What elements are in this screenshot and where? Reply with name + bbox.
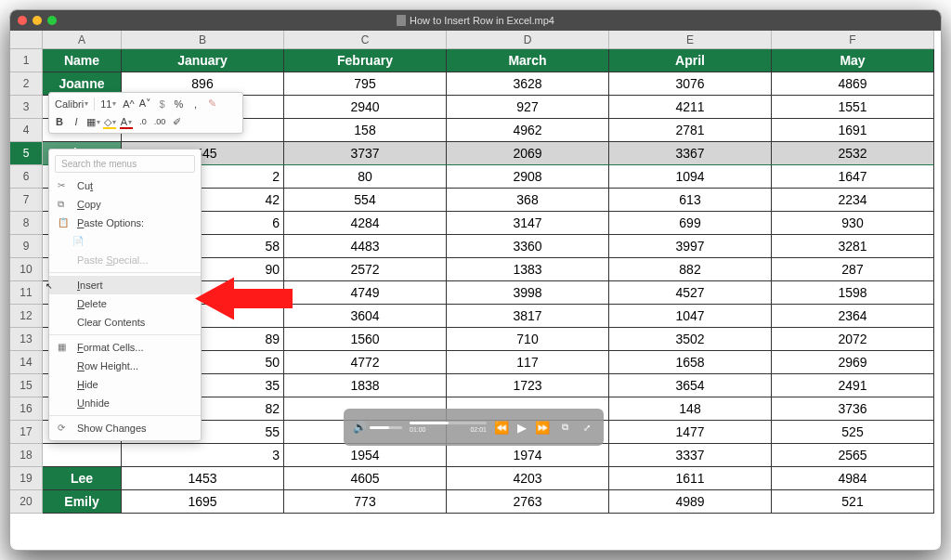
data-cell[interactable]: 1094 <box>609 165 772 189</box>
data-cell[interactable]: 2763 <box>447 490 609 514</box>
name-cell[interactable]: Lee <box>43 467 122 490</box>
data-cell[interactable]: 773 <box>284 490 447 514</box>
data-cell[interactable]: 1723 <box>447 374 609 397</box>
row-header-14[interactable]: 14 <box>10 351 43 374</box>
name-cell[interactable] <box>43 444 122 467</box>
bold-icon[interactable]: B <box>53 115 66 128</box>
data-cell[interactable]: 1691 <box>772 119 934 142</box>
rewind-button[interactable]: ⏪ <box>494 420 509 435</box>
menu-item-hide[interactable]: Hide <box>49 375 201 394</box>
italic-icon[interactable]: I <box>70 115 83 128</box>
row-header-17[interactable]: 17 <box>10 421 43 444</box>
menu-item-paste-options-[interactable]: 📋Paste Options: <box>49 214 201 232</box>
menu-item-unhide[interactable]: Unhide <box>49 394 201 412</box>
data-cell[interactable]: 1598 <box>772 281 934 305</box>
row-header-1[interactable]: 1 <box>10 49 43 72</box>
data-cell[interactable]: 1658 <box>609 351 772 374</box>
menu-search-input[interactable]: Search the menus <box>55 155 195 173</box>
menu-item-row-height-[interactable]: Row Height... <box>49 357 201 375</box>
row-header-5[interactable]: 5 <box>10 142 43 165</box>
data-cell[interactable]: 1383 <box>447 258 609 281</box>
increase-font-icon[interactable]: A^ <box>122 98 135 111</box>
column-header-E[interactable]: E <box>609 31 772 49</box>
data-cell[interactable]: 1695 <box>122 490 284 514</box>
header-cell[interactable]: February <box>284 49 447 72</box>
comma-style-icon[interactable]: , <box>189 98 202 111</box>
data-cell[interactable]: 4989 <box>609 490 772 514</box>
menu-item-cut[interactable]: ✂Cut <box>49 176 201 195</box>
row-header-8[interactable]: 8 <box>10 212 43 235</box>
data-cell[interactable]: 2781 <box>609 119 772 142</box>
data-cell[interactable]: 3997 <box>609 235 772 258</box>
data-cell[interactable]: 2234 <box>772 189 934 212</box>
accounting-format-icon[interactable]: $ <box>155 98 168 111</box>
header-cell[interactable]: April <box>609 49 772 72</box>
data-cell[interactable]: 4962 <box>447 119 609 142</box>
data-cell[interactable]: 3998 <box>447 281 609 305</box>
data-cell[interactable]: 3360 <box>447 235 609 258</box>
data-cell[interactable]: 3737 <box>284 142 447 165</box>
menu-item-show-changes[interactable]: ⟳Show Changes <box>49 419 201 437</box>
data-cell[interactable]: 2491 <box>772 374 934 397</box>
row-header-11[interactable]: 11 <box>10 281 43 305</box>
data-cell[interactable]: 4772 <box>284 351 447 374</box>
data-cell[interactable]: 1647 <box>772 165 934 189</box>
row-header-13[interactable]: 13 <box>10 328 43 351</box>
data-cell[interactable]: 2572 <box>284 258 447 281</box>
data-cell[interactable]: 2069 <box>447 142 609 165</box>
data-cell[interactable]: 117 <box>447 351 609 374</box>
data-cell[interactable]: 1954 <box>284 444 447 467</box>
data-cell[interactable]: 710 <box>447 328 609 351</box>
row-header-2[interactable]: 2 <box>10 72 43 96</box>
data-cell[interactable]: 4483 <box>284 235 447 258</box>
row-header-18[interactable]: 18 <box>10 444 43 467</box>
play-button[interactable]: ▶ <box>515 420 529 435</box>
data-cell[interactable]: 3817 <box>447 305 609 328</box>
data-cell[interactable]: 3654 <box>609 374 772 397</box>
menu-item-insert[interactable]: ↖Insert <box>49 276 201 294</box>
data-cell[interactable]: 927 <box>447 96 609 119</box>
fullscreen-button[interactable]: ⤢ <box>580 420 594 435</box>
header-cell[interactable]: January <box>122 49 284 72</box>
data-cell[interactable]: 795 <box>284 72 447 96</box>
row-header-20[interactable]: 20 <box>10 490 43 514</box>
data-cell[interactable]: 3628 <box>447 72 609 96</box>
data-cell[interactable]: 521 <box>772 490 934 514</box>
data-cell[interactable]: 3604 <box>284 305 447 328</box>
data-cell[interactable]: 1611 <box>609 467 772 490</box>
data-cell[interactable]: 2565 <box>772 444 934 467</box>
column-header-F[interactable]: F <box>772 31 934 49</box>
header-cell[interactable]: March <box>447 49 609 72</box>
menu-item-clear-contents[interactable]: Clear Contents <box>49 313 201 332</box>
column-header-B[interactable]: B <box>122 31 284 49</box>
data-cell[interactable]: 930 <box>772 212 934 235</box>
data-cell[interactable]: 882 <box>609 258 772 281</box>
data-cell[interactable]: 4869 <box>772 72 934 96</box>
row-header-15[interactable]: 15 <box>10 374 43 397</box>
row-header-3[interactable]: 3 <box>10 96 43 119</box>
font-size-select[interactable]: 11▾ <box>98 98 118 110</box>
data-cell[interactable]: 1838 <box>284 374 447 397</box>
forward-button[interactable]: ⏩ <box>535 420 550 435</box>
pip-button[interactable]: ⧉ <box>557 420 572 435</box>
row-header-7[interactable]: 7 <box>10 189 43 212</box>
data-cell[interactable]: 2940 <box>284 96 447 119</box>
row-header-12[interactable]: 12 <box>10 305 43 328</box>
data-cell[interactable]: 613 <box>609 189 772 212</box>
data-cell[interactable]: 4749 <box>284 281 447 305</box>
header-cell[interactable]: May <box>772 49 934 72</box>
column-header-D[interactable]: D <box>447 31 609 49</box>
data-cell[interactable]: 80 <box>284 165 447 189</box>
data-cell[interactable]: 4984 <box>772 467 934 490</box>
data-cell[interactable]: 1974 <box>447 444 609 467</box>
data-cell[interactable]: 287 <box>772 258 934 281</box>
data-cell[interactable]: 1551 <box>772 96 934 119</box>
row-header-6[interactable]: 6 <box>10 165 43 189</box>
decrease-font-icon[interactable]: A˅ <box>138 98 151 111</box>
select-all-corner[interactable] <box>10 31 43 49</box>
data-cell[interactable]: 2364 <box>772 305 934 328</box>
data-cell[interactable]: 3502 <box>609 328 772 351</box>
data-cell[interactable]: 1453 <box>122 467 284 490</box>
data-cell[interactable]: 3337 <box>609 444 772 467</box>
data-cell[interactable]: 699 <box>609 212 772 235</box>
